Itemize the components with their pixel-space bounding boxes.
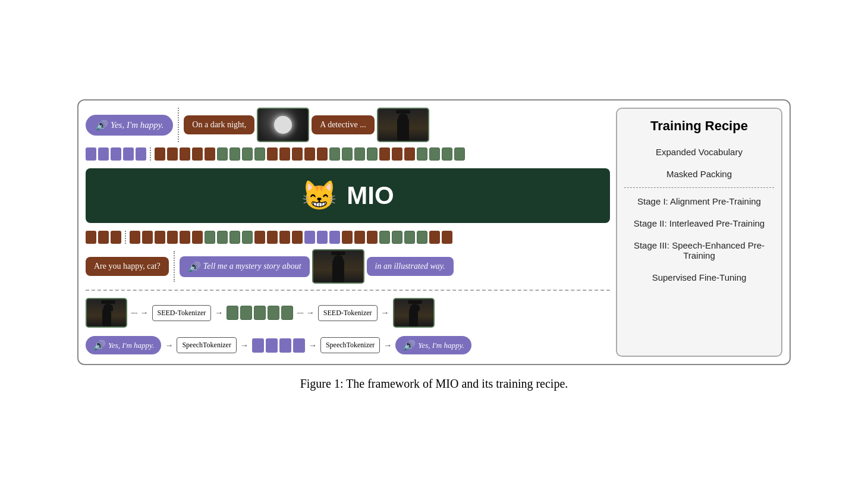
audio-icon-4: 🔊 bbox=[402, 340, 414, 351]
audio-icon: 🔊 bbox=[95, 120, 107, 131]
t2-green-3 bbox=[229, 231, 240, 244]
audio-pill-text: Yes, I'm happy. bbox=[111, 120, 163, 130]
speech-tokenizer-box-1: SpeechTokenizer bbox=[177, 337, 236, 353]
figure-container: 🔊 Yes, I'm happy. On a dark night, A det… bbox=[77, 99, 791, 391]
arrow-right-8: → bbox=[383, 341, 392, 350]
speech-tokenizer-box-2: SpeechTokenizer bbox=[320, 337, 380, 353]
t2-brown-11 bbox=[267, 231, 278, 244]
t2-brown-12 bbox=[279, 231, 290, 244]
t2-brown-7 bbox=[167, 231, 178, 244]
recipe-item-1: Masked Packing bbox=[624, 163, 774, 185]
t2-green-2 bbox=[217, 231, 228, 244]
token-divider-2 bbox=[125, 231, 126, 244]
arrow-right-4: → bbox=[381, 308, 389, 318]
query-row: Are you happy, cat? 🔊 Tell me a mystery … bbox=[86, 249, 610, 284]
token-green-3 bbox=[242, 147, 253, 161]
t2-green-5 bbox=[379, 231, 390, 244]
token-brown-4 bbox=[192, 147, 203, 161]
t2-brown-3 bbox=[111, 231, 121, 244]
recipe-divider bbox=[624, 187, 774, 188]
mini-green-4 bbox=[268, 306, 279, 320]
recipe-item-4: Stage III: Speech-Enhanced Pre-Training bbox=[624, 234, 774, 266]
answer-text: in an illustrated way. bbox=[375, 262, 445, 271]
recipe-item-0: Expanded Vocabulary bbox=[624, 141, 774, 163]
t2-brown-18 bbox=[442, 231, 452, 244]
token-green-12 bbox=[454, 147, 465, 161]
moon-circle bbox=[274, 116, 292, 134]
token-brown-10 bbox=[317, 147, 328, 161]
token-purple-5 bbox=[136, 147, 146, 161]
audio-pill-3: 🔊 Yes, I'm happy. bbox=[395, 336, 471, 354]
t2-brown-2 bbox=[98, 231, 109, 244]
text-box-1: On a dark night, bbox=[184, 115, 254, 134]
token-brown-12 bbox=[392, 147, 402, 161]
audio-instruction-text: Tell me a mystery story about bbox=[203, 262, 301, 271]
token-brown-1 bbox=[155, 147, 165, 161]
training-recipe-panel: Training Recipe Expanded Vocabulary Mask… bbox=[616, 108, 782, 357]
token-brown-5 bbox=[205, 147, 215, 161]
t2-green-7 bbox=[404, 231, 415, 244]
recipe-title: Training Recipe bbox=[624, 118, 774, 134]
audio-pill-text-2: Yes, I'm happy. bbox=[108, 341, 154, 350]
token-row-2 bbox=[86, 229, 610, 246]
mini-purple-2 bbox=[266, 338, 278, 353]
seed-tokenizer-box-1: SEED-Tokenizer bbox=[152, 305, 212, 321]
t2-green-1 bbox=[205, 231, 215, 244]
t2-green-4 bbox=[242, 231, 253, 244]
t2-brown-9 bbox=[192, 231, 203, 244]
vertical-divider-2 bbox=[174, 251, 175, 282]
mini-token-group-2 bbox=[252, 338, 305, 353]
t2-brown-13 bbox=[292, 231, 303, 244]
token-green-2 bbox=[229, 147, 240, 161]
token-brown-13 bbox=[404, 147, 415, 161]
t2-brown-17 bbox=[429, 231, 440, 244]
figure-caption: Figure 1: The framework of MIO and its t… bbox=[300, 377, 568, 391]
detective-silhouette-3 bbox=[102, 309, 111, 326]
token-green-10 bbox=[429, 147, 440, 161]
seed-tokenizer-row: - - - → SEED-Tokenizer → bbox=[86, 296, 610, 330]
vertical-divider-1 bbox=[178, 108, 179, 142]
moon-image bbox=[257, 108, 309, 142]
cat-emoji: 😸 bbox=[301, 179, 337, 212]
seed-tokenizer-box-2: SEED-Tokenizer bbox=[318, 305, 378, 321]
page-wrapper: 🔊 Yes, I'm happy. On a dark night, A det… bbox=[77, 99, 791, 391]
t2-brown-5 bbox=[142, 231, 153, 244]
token-green-4 bbox=[254, 147, 265, 161]
token-brown-11 bbox=[379, 147, 390, 161]
detective-silhouette-2 bbox=[332, 260, 344, 282]
token-brown-9 bbox=[304, 147, 315, 161]
token-green-6 bbox=[342, 147, 353, 161]
token-brown-7 bbox=[279, 147, 290, 161]
arrow-right-6: → bbox=[240, 341, 249, 350]
audio-pill-text-3: Yes, I'm happy. bbox=[418, 341, 464, 350]
detective-image-1 bbox=[377, 108, 429, 142]
t2-brown-4 bbox=[130, 231, 140, 244]
dashed-arrow-2: - - - bbox=[297, 308, 303, 318]
arrow-right-5: → bbox=[165, 341, 173, 350]
audio-pill: 🔊 Yes, I'm happy. bbox=[86, 115, 173, 136]
t2-brown-15 bbox=[354, 231, 365, 244]
detective-image-3 bbox=[86, 298, 127, 328]
detective-silhouette-1 bbox=[397, 118, 409, 141]
token-purple-4 bbox=[123, 147, 134, 161]
detective-silhouette-4 bbox=[409, 309, 418, 326]
recipe-item-2: Stage I: Alignment Pre-Training bbox=[624, 190, 774, 212]
t2-brown-1 bbox=[86, 231, 96, 244]
speech-tokenizer-row: 🔊 Yes, I'm happy. → SpeechTokenizer → bbox=[86, 334, 610, 357]
token-brown-6 bbox=[267, 147, 278, 161]
token-green-8 bbox=[367, 147, 378, 161]
t2-brown-8 bbox=[180, 231, 190, 244]
mini-green-1 bbox=[227, 306, 238, 320]
audio-icon-3: 🔊 bbox=[93, 340, 105, 351]
answer-pill: in an illustrated way. bbox=[367, 257, 454, 276]
token-brown-3 bbox=[180, 147, 190, 161]
token-purple-2 bbox=[98, 147, 109, 161]
token-green-7 bbox=[354, 147, 365, 161]
diagram-area: 🔊 Yes, I'm happy. On a dark night, A det… bbox=[77, 99, 791, 365]
left-panel: 🔊 Yes, I'm happy. On a dark night, A det… bbox=[86, 108, 610, 357]
dashed-arrow-1: - - - bbox=[131, 308, 137, 318]
t2-purple-1 bbox=[304, 231, 315, 244]
token-brown-8 bbox=[292, 147, 303, 161]
mini-green-5 bbox=[281, 306, 293, 320]
mio-label: MIO bbox=[347, 181, 394, 210]
